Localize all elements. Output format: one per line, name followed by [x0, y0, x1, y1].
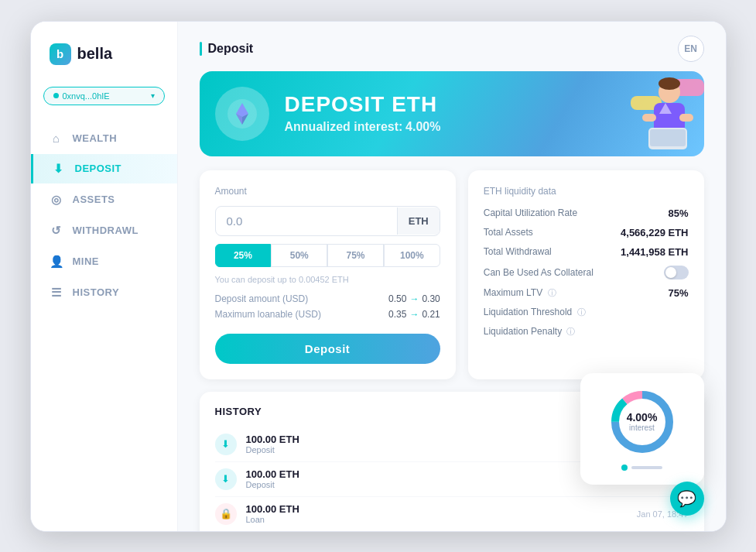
hist-type-3: Loan	[246, 515, 628, 524]
liq-liquidation-penalty-row: Liquidation Penalty ⓘ	[484, 326, 689, 338]
deposit-amount-values: 0.50 → 0.30	[388, 293, 440, 304]
deposit-hint: You can deposit up to 0.00452 ETH	[215, 275, 440, 284]
liq-utilization-value: 85%	[668, 207, 688, 219]
legend-bar	[631, 466, 662, 469]
pct-100-button[interactable]: 100%	[384, 244, 440, 267]
sidebar-item-history[interactable]: ☰ HISTORY	[31, 278, 177, 307]
info-icon-penalty: ⓘ	[566, 327, 575, 336]
hist-type-1: Deposit	[246, 445, 628, 454]
liq-total-assets-row: Total Assets 4,566,229 ETH	[484, 227, 689, 238]
percent-buttons: 25% 50% 75% 100%	[215, 244, 440, 267]
amount-input[interactable]	[216, 207, 397, 235]
toggle-thumb	[665, 267, 676, 278]
sidebar-item-assets-label: ASSETS	[73, 194, 115, 205]
banner-title: DEPOSIT ETH	[285, 93, 580, 117]
liq-collateral-label: Can Be Used As Collateral	[484, 267, 594, 278]
sidebar-item-wealth-label: WEALTH	[73, 132, 118, 144]
logo-text: bella	[77, 45, 113, 63]
chat-button[interactable]: 💬	[670, 482, 704, 516]
withdraw-icon: ↺	[50, 224, 63, 238]
hist-info-2: 100.00 ETH Deposit	[246, 468, 628, 489]
deposit-history-icon-2: ⬇	[215, 468, 237, 490]
sidebar-item-history-label: HISTORY	[73, 286, 120, 298]
max-loanable-to: 0.21	[422, 309, 440, 320]
arrow-icon-2: →	[409, 309, 419, 320]
liq-total-withdrawal-value: 1,441,958 ETH	[621, 246, 688, 258]
deposit-button[interactable]: Deposit	[215, 334, 440, 364]
app-container: b bella 0xnvq...0hIE ▾ ⌂ WEALTH ⬇ DEPOSI…	[30, 21, 727, 532]
logo-icon: b	[50, 43, 71, 65]
amount-label: Amount	[215, 186, 440, 197]
banner-illustration	[580, 71, 704, 156]
sidebar-item-assets[interactable]: ◎ ASSETS	[31, 185, 177, 214]
banner-text: DEPOSIT ETH Annualized interest: 4.00%	[285, 93, 580, 134]
deposit-amount-from: 0.50	[388, 293, 406, 304]
liq-total-withdrawal-label: Total Withdrawal	[484, 246, 552, 257]
svg-point-5	[659, 77, 680, 90]
liq-liquidation-threshold-row: Liquidation Threshold ⓘ	[484, 307, 689, 318]
hist-amount-3: 100.00 ETH	[246, 503, 628, 515]
svg-rect-8	[650, 129, 686, 146]
collateral-toggle[interactable]	[664, 266, 689, 279]
liquidity-panel: ETH liquidity data Capital Utilization R…	[468, 170, 704, 379]
deposit-amount-label: Deposit amount (USD)	[215, 293, 309, 304]
hist-type-2: Deposit	[246, 480, 628, 489]
hist-info-3: 100.00 ETH Loan	[246, 503, 628, 524]
svg-rect-10	[642, 114, 656, 122]
wallet-badge[interactable]: 0xnvq...0hIE ▾	[43, 87, 165, 105]
hist-amount-2: 100.00 ETH	[246, 468, 628, 480]
liq-utilization-row: Capital Utilization Rate 85%	[484, 207, 689, 219]
info-icon-threshold: ⓘ	[577, 307, 586, 317]
hist-info-1: 100.00 ETH Deposit	[246, 434, 628, 454]
language-button[interactable]: EN	[678, 36, 704, 62]
history-item: 🔒 100.00 ETH Loan Jan 07, 18:47	[215, 497, 689, 531]
panels-row: Amount ETH 25% 50% 75% 100% You can depo…	[200, 170, 704, 379]
liq-max-ltv-row: Maximum LTV ⓘ 75%	[484, 287, 689, 299]
sidebar-item-deposit-label: DEPOSIT	[75, 163, 122, 174]
pct-50-button[interactable]: 50%	[271, 244, 327, 267]
liq-liquidation-threshold-label: Liquidation Threshold ⓘ	[484, 307, 586, 318]
liq-total-assets-value: 4,566,229 ETH	[621, 227, 688, 238]
deposit-amount-row: Deposit amount (USD) 0.50 → 0.30	[215, 293, 440, 304]
sidebar-item-mine-label: MINE	[73, 255, 100, 267]
donut-legend	[621, 465, 662, 471]
pct-25-button[interactable]: 25%	[215, 244, 272, 267]
max-loanable-values: 0.35 → 0.21	[388, 309, 440, 320]
max-loanable-from: 0.35	[388, 309, 406, 320]
main-header: Deposit EN	[178, 22, 726, 71]
deposit-history-icon: ⬇	[215, 434, 237, 455]
donut-sublabel: interest	[627, 423, 658, 432]
donut-popup: 4.00% interest	[580, 373, 704, 485]
sidebar: b bella 0xnvq...0hIE ▾ ⌂ WEALTH ⬇ DEPOSI…	[31, 22, 178, 531]
home-icon: ⌂	[50, 132, 63, 145]
deposit-amount-to: 0.30	[422, 293, 440, 304]
liq-total-assets-label: Total Assets	[484, 227, 533, 238]
loan-history-icon-1: 🔒	[215, 503, 237, 525]
page-title: Deposit	[200, 42, 254, 56]
main-content-area: Deposit EN DEPOSIT ETH Annualized i	[178, 22, 726, 531]
chevron-down-icon: ▾	[151, 91, 155, 100]
donut-label: 4.00% interest	[627, 411, 658, 431]
pct-75-button[interactable]: 75%	[327, 244, 384, 267]
sidebar-item-wealth[interactable]: ⌂ WEALTH	[31, 124, 177, 153]
liq-max-ltv-value: 75%	[668, 287, 688, 299]
history-icon: ☰	[50, 286, 63, 300]
sidebar-item-deposit[interactable]: ⬇ DEPOSIT	[31, 154, 177, 183]
hist-amount-1: 100.00 ETH	[246, 434, 628, 445]
eth-icon-circle	[215, 87, 269, 141]
arrow-icon: →	[409, 293, 419, 304]
history-title: HISTORY	[215, 406, 262, 417]
sidebar-item-withdrawl[interactable]: ↺ WITHDRAWL	[31, 216, 177, 245]
donut-percent: 4.00%	[627, 411, 658, 423]
legend-dot	[621, 465, 628, 471]
wallet-dot	[53, 93, 59, 98]
liq-utilization-label: Capital Utilization Rate	[484, 207, 577, 218]
chat-icon: 💬	[677, 489, 696, 508]
info-icon-ltv: ⓘ	[548, 288, 556, 297]
sidebar-item-mine[interactable]: 👤 MINE	[31, 247, 177, 276]
liq-total-withdrawal-row: Total Withdrawal 1,441,958 ETH	[484, 246, 689, 258]
donut-chart: 4.00% interest	[607, 387, 677, 457]
liq-collateral-row: Can Be Used As Collateral	[484, 266, 689, 279]
deposit-panel: Amount ETH 25% 50% 75% 100% You can depo…	[200, 170, 456, 379]
max-loanable-label: Maximum loanable (USD)	[215, 309, 321, 320]
